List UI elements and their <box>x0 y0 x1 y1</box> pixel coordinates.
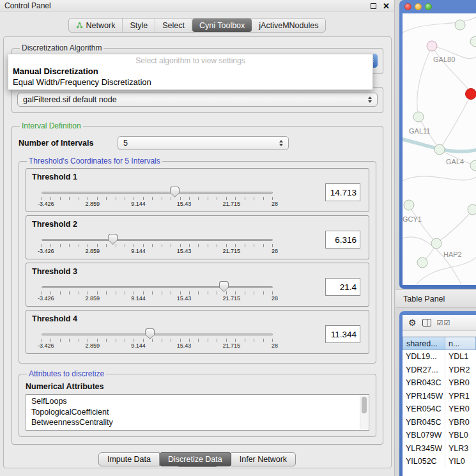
cell[interactable]: YBR043C <box>403 376 445 390</box>
table-row[interactable]: YLR345W YLR3 <box>403 442 476 456</box>
cell[interactable]: YBL079W <box>403 429 445 442</box>
cell[interactable]: YIL052C <box>403 455 445 468</box>
tab-jactivemnodules[interactable]: jActiveMNodules <box>252 19 325 32</box>
list-item[interactable]: TopologicalCoefficient <box>31 407 364 418</box>
scrollbar-thumb[interactable] <box>362 397 367 413</box>
network-node[interactable] <box>431 238 441 249</box>
network-node[interactable] <box>434 144 445 155</box>
table-data-value: galFiltered.sif default node <box>23 95 117 104</box>
threshold-2-value-field[interactable]: 6.316 <box>325 231 360 249</box>
close-icon[interactable]: ✕ <box>383 2 390 10</box>
cell[interactable]: YDL1 <box>445 350 476 364</box>
network-node-selected[interactable] <box>466 89 476 100</box>
gear-icon[interactable]: ⚙ <box>408 318 417 327</box>
cell[interactable]: YDL19... <box>403 350 445 364</box>
list-item[interactable]: SelfLoops <box>31 396 364 407</box>
slider-thumb[interactable] <box>219 281 229 292</box>
slider-track[interactable] <box>42 334 273 335</box>
scale-label: 28 <box>272 248 278 254</box>
network-node[interactable] <box>468 204 476 215</box>
cell[interactable]: YPR145W <box>403 390 445 403</box>
network-node[interactable] <box>417 257 427 268</box>
columns-icon[interactable] <box>422 319 431 326</box>
dropdown-stepper-icon <box>279 140 283 146</box>
threshold-4-value-field[interactable]: 11.344 <box>325 325 360 343</box>
table-row[interactable]: YBR045C YBR0 <box>403 416 476 429</box>
cell[interactable]: YBR045C <box>403 416 445 429</box>
control-panel-titlebar: Control Panel ✕ <box>0 0 394 12</box>
zoom-traffic-light-icon[interactable] <box>425 3 432 10</box>
network-node-label: GCY1 <box>403 215 422 223</box>
slider-track[interactable] <box>42 239 273 241</box>
table-toolbar-gap <box>403 331 476 337</box>
cell[interactable]: YBR0 <box>445 416 476 429</box>
dropdown-option-equal-width-frequency[interactable]: Equal Width/Frequency Discretization <box>8 77 372 88</box>
network-canvas[interactable]: GAL80 GAL11 GAL4 GCY1 HAP2 <box>403 13 476 285</box>
network-node[interactable] <box>455 20 465 30</box>
table-row[interactable]: YBL079W YBL0 <box>403 429 476 442</box>
cell[interactable]: YIL0 <box>445 455 476 468</box>
cell[interactable]: YPR1 <box>445 390 476 403</box>
threshold-1-value-field[interactable]: 14.713 <box>325 183 360 201</box>
table-data-dropdown[interactable]: galFiltered.sif default node <box>17 93 378 107</box>
list-scrollbar[interactable] <box>360 395 368 429</box>
select-columns-icon[interactable]: ☑☑ <box>437 319 451 326</box>
cell[interactable]: YBR0 <box>445 376 476 390</box>
cell[interactable]: YER0 <box>445 403 476 416</box>
network-edge <box>437 210 473 243</box>
float-window-icon[interactable] <box>371 3 376 9</box>
column-header-name[interactable]: n... <box>445 337 476 350</box>
tab-cyni-toolbox[interactable]: Cyni Toolbox <box>192 19 252 32</box>
slider-thumb[interactable] <box>145 328 155 339</box>
threshold-label: Threshold 4 <box>32 314 77 323</box>
scale-label: -3.426 <box>38 248 54 254</box>
tab-style[interactable]: Style <box>123 19 155 32</box>
column-header-shared-name[interactable]: shared... <box>403 337 445 350</box>
scale-label: 28 <box>272 201 278 207</box>
tab-infer-network[interactable]: Infer Network <box>231 452 296 466</box>
network-node[interactable] <box>427 41 437 51</box>
scale-label: 15.43 <box>177 248 192 254</box>
network-node[interactable] <box>470 36 476 47</box>
slider-thumb[interactable] <box>108 234 118 245</box>
cell[interactable]: YDR27... <box>403 364 445 377</box>
slider-track[interactable] <box>42 286 273 288</box>
threshold-3-slider[interactable]: -3.426 2.859 9.144 15.43 21.715 28 <box>42 280 273 306</box>
tab-network[interactable]: Network <box>69 19 123 32</box>
table-row[interactable]: YDL19... YDL1 <box>403 350 476 364</box>
cell[interactable]: YDR2 <box>445 364 476 377</box>
number-of-intervals-label: Number of Intervals <box>19 139 118 148</box>
tab-discretize-data[interactable]: Discretize Data <box>160 452 231 466</box>
cell[interactable]: YLR345W <box>403 442 445 456</box>
table-row[interactable]: YDR27... YDR2 <box>403 364 476 377</box>
table-row[interactable]: YER054C YER0 <box>403 403 476 416</box>
network-node-label: HAP2 <box>443 250 462 258</box>
table-panel-header-bar: Table Panel <box>395 289 476 308</box>
table-row[interactable]: YIL052C YIL0 <box>403 455 476 468</box>
cell[interactable]: YER054C <box>403 403 445 416</box>
threshold-3-value-field[interactable]: 21.4 <box>325 278 360 296</box>
threshold-2-slider[interactable]: -3.426 2.859 9.144 15.43 21.715 28 <box>42 233 273 259</box>
number-of-intervals-dropdown[interactable]: 5 <box>118 136 289 150</box>
dropdown-option-manual-discretization[interactable]: Manual Discretization <box>8 66 372 77</box>
network-node[interactable] <box>404 200 414 210</box>
cell[interactable]: YLR3 <box>445 442 476 456</box>
threshold-1-slider[interactable]: -3.426 2.859 9.144 15.43 21.715 28 <box>42 186 273 211</box>
minimize-traffic-light-icon[interactable] <box>415 3 422 10</box>
slider-thumb[interactable] <box>170 187 180 197</box>
close-traffic-light-icon[interactable] <box>404 3 411 10</box>
cell[interactable]: YBL0 <box>445 429 476 442</box>
tab-select[interactable]: Select <box>155 19 192 32</box>
tab-label: Select <box>162 21 185 30</box>
scale-label: 15.43 <box>177 201 192 207</box>
numerical-attributes-list[interactable]: SelfLoops TopologicalCoefficient Between… <box>26 394 369 431</box>
list-item[interactable]: BetweennessCentrality <box>31 417 364 428</box>
group-title: Interval Definition <box>20 121 83 130</box>
table-row[interactable]: YPR145W YPR1 <box>403 390 476 403</box>
network-node[interactable] <box>470 160 476 171</box>
table-row[interactable]: YBR043C YBR0 <box>403 376 476 390</box>
network-node[interactable] <box>413 112 424 122</box>
threshold-4-slider[interactable]: -3.426 2.859 9.144 15.43 21.715 28 <box>42 328 273 353</box>
slider-track[interactable] <box>42 192 273 194</box>
tab-impute-data[interactable]: Impute Data <box>98 452 160 466</box>
